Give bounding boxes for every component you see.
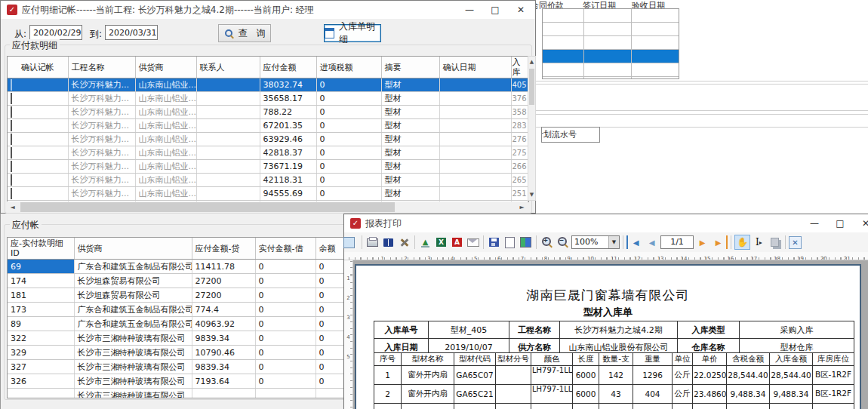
bg-grid-row[interactable] <box>543 23 679 36</box>
payable-row[interactable]: 长沙万科魅力... 山东南山铝业... 73671.19 0 型材 266 <box>8 160 528 174</box>
payable-row[interactable]: 长沙万科魅力... 山东南山铝业... 42118.31 0 型材 265 <box>8 174 528 187</box>
export-excel-button[interactable]: X <box>434 235 448 249</box>
send-mail-button[interactable] <box>466 235 480 249</box>
previous-page-button[interactable]: ◀ <box>645 235 659 249</box>
entry-detail-button[interactable]: 入库单明细 <box>324 24 381 42</box>
scroll-right-icon[interactable]: ► <box>516 201 528 213</box>
export-button[interactable]: ▲ <box>418 235 432 249</box>
to-date-combobox[interactable]: 2020/03/31 ˅ <box>105 25 158 40</box>
cell-confirm-checkbox[interactable] <box>8 92 68 106</box>
cell-confirm-checkbox[interactable] <box>8 106 68 119</box>
checkbox[interactable] <box>11 161 12 172</box>
last-page-button[interactable]: ▶ <box>711 235 728 249</box>
payable-row[interactable]: 长沙万科魅力... 山东南山铝业... 788.22 0 型材 358 <box>8 106 528 119</box>
bg-grid-row[interactable] <box>543 36 679 50</box>
cell-confirm-checkbox[interactable] <box>8 146 68 160</box>
first-page-button[interactable]: ◀ <box>626 235 643 249</box>
col-header-supplier[interactable]: 供货商 <box>135 57 196 78</box>
cell-confirm-checkbox[interactable] <box>8 78 68 92</box>
payable-row[interactable]: 长沙万科魅力... 山东南山铝业... 42818.37 0 型材 275 <box>8 146 528 160</box>
col-header-project[interactable]: 工程名称 <box>68 57 135 78</box>
col-header-detail-id[interactable]: 应-实付款明细ID <box>8 238 74 260</box>
from-date-combobox[interactable]: 2020/02/29 ˅ <box>29 25 82 40</box>
plan-serial-field[interactable]: 计划流水号 <box>541 127 600 143</box>
cell-confirm-checkbox[interactable] <box>8 160 68 174</box>
checkbox[interactable] <box>11 79 12 91</box>
col-header-debit[interactable]: 实付金额-借 <box>255 238 315 260</box>
copy-button[interactable] <box>768 235 782 249</box>
account-row[interactable]: 69 广东合和建筑五金制品有限公司 11411.78 0 0 <box>8 260 346 274</box>
col-header-input-tax[interactable]: 进项税额 <box>316 57 381 78</box>
next-page-button[interactable]: ▶ <box>695 235 709 249</box>
checkbox[interactable] <box>11 134 12 145</box>
payable-row[interactable]: 长沙万科魅力... 山东南山铝业... 94555.69 0 型材 251 <box>8 187 528 201</box>
account-row[interactable]: 327 长沙市三湘特种玻璃有限公司 9839.34 0 0 <box>8 360 346 374</box>
account-row[interactable]: 181 长沙坦森贸易有限公司 27200 0 0 <box>8 288 346 303</box>
maximize-button[interactable]: □ <box>482 1 508 19</box>
print-button[interactable] <box>365 235 380 249</box>
col-header-amount[interactable]: 应付金额 <box>260 57 316 78</box>
cell-confirm-checkbox[interactable] <box>8 119 68 133</box>
checkbox[interactable] <box>11 93 12 104</box>
col-header-balance[interactable]: 余额 <box>315 238 346 260</box>
scrollbar-thumb[interactable] <box>529 69 534 105</box>
cell-confirm-checkbox[interactable] <box>8 174 68 187</box>
payable-row[interactable]: 长沙万科魅力... 山东南山铝业... 67201.35 0 型材 283 <box>8 119 528 133</box>
scrollbar-thumb[interactable] <box>20 202 395 212</box>
bg-grid-row[interactable] <box>543 9 679 23</box>
payable-row[interactable]: 长沙万科魅力... 山东南山铝业... 38032.74 0 型材 405 <box>8 78 528 92</box>
cell-confirm-checkbox[interactable] <box>8 133 68 146</box>
page-setup-button[interactable] <box>503 235 517 249</box>
account-row[interactable]: 322 长沙市三湘特种玻璃有限公司 9839.34 0 0 <box>8 331 346 346</box>
col-header-confirm[interactable]: 确认记帐 <box>8 57 68 78</box>
query-button[interactable]: 查 询 <box>218 24 271 42</box>
open-button[interactable] <box>381 235 396 249</box>
zoom-in-button[interactable]: + <box>540 235 554 249</box>
checkbox[interactable] <box>11 106 12 118</box>
settings-button[interactable] <box>397 235 411 249</box>
minimize-button[interactable]: — <box>457 1 482 19</box>
page-number-field[interactable]: 1/1 <box>660 235 694 249</box>
cell-confirm-checkbox[interactable] <box>8 187 68 201</box>
scroll-left-icon[interactable]: ◄ <box>7 201 18 213</box>
close-button[interactable]: ✕ <box>853 214 868 232</box>
properties-button[interactable] <box>344 235 359 249</box>
col-header-supplier[interactable]: 供货商 <box>74 238 192 260</box>
close-button[interactable]: ✕ <box>508 1 534 19</box>
checkbox[interactable] <box>11 120 12 131</box>
bg-grid-row[interactable] <box>543 63 679 77</box>
checkbox[interactable] <box>11 147 12 158</box>
col-header-contact[interactable]: 联系人 <box>196 57 260 78</box>
scroll-down-icon[interactable]: ▼ <box>528 189 535 200</box>
report-titlebar[interactable]: ✓ 报表打印 <box>344 214 868 232</box>
bg-grid-row-selected[interactable] <box>543 50 679 63</box>
checkbox[interactable] <box>11 188 12 199</box>
account-row[interactable]: 326 长沙市三湘特种玻璃有限公司 7193.64 0 0 <box>8 374 346 389</box>
col-header-credit[interactable]: 应付金额-贷 <box>192 238 255 260</box>
print-preview-area[interactable]: 12345 湖南巨晟门窗幕墙有限公司 型材入库单 入库单号 型材_405 工程名… <box>344 260 868 409</box>
main-titlebar[interactable]: ✓ 应付明细记帐------当前工程: 长沙万科魅力之城4.2期------当前… <box>1 1 535 19</box>
payable-row[interactable]: 长沙万科魅力... 山东南山铝业... 63929.46 0 型材 276 <box>8 133 528 146</box>
export-pdf-button[interactable]: A <box>450 235 464 249</box>
account-row[interactable]: 174 长沙坦森贸易有限公司 27200 0 0 <box>8 274 346 288</box>
zoom-out-button[interactable]: − <box>556 235 570 249</box>
account-row[interactable]: 89 广东合和建筑五金制品有限公司 40963.92 0 0 <box>8 317 346 331</box>
zoom-level-select[interactable]: 100% ▼ <box>571 235 620 249</box>
col-header-summary[interactable]: 摘要 <box>381 57 439 78</box>
hand-tool-button[interactable]: ✋ <box>734 235 750 250</box>
col-header-confirm-date[interactable]: 确认日期 <box>439 57 511 78</box>
close-preview-button[interactable]: ✕ <box>789 236 802 249</box>
account-row[interactable]: 长沙市三湘特种玻璃有限公司 <box>8 389 346 399</box>
col-header-entry[interactable]: 入库 <box>511 57 528 78</box>
horizontal-scrollbar[interactable]: ◄ ► <box>7 201 528 213</box>
save-button[interactable] <box>487 235 501 249</box>
chevron-down-icon[interactable]: ˅ <box>152 29 155 36</box>
scroll-up-icon[interactable]: ▲ <box>528 57 535 67</box>
chevron-down-icon[interactable]: ▼ <box>608 236 619 248</box>
account-row[interactable]: 329 长沙市三湘特种玻璃有限公司 10790.46 0 0 <box>8 346 346 360</box>
export-format-button[interactable] <box>519 235 533 249</box>
checkbox[interactable] <box>11 174 12 186</box>
vertical-scrollbar[interactable]: ▲ ▼ <box>528 56 536 201</box>
minimize-button[interactable]: — <box>802 214 827 232</box>
text-select-tool-button[interactable]: I▸ <box>752 235 766 249</box>
